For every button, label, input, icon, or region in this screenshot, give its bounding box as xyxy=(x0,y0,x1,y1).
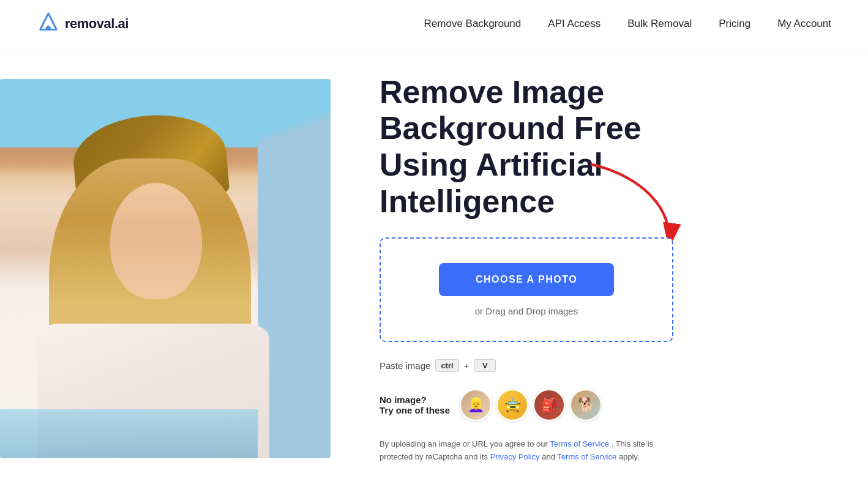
sample-person[interactable]: 👱‍♀️ xyxy=(460,389,492,421)
drag-drop-text: or Drag and Drop images xyxy=(475,306,578,316)
legal-text: By uploading an image or URL you agree t… xyxy=(380,438,661,464)
v-key: V xyxy=(474,359,496,372)
hero-image-container xyxy=(0,79,331,458)
legal-prefix: By uploading an image or URL you agree t… xyxy=(380,439,548,448)
sample-dog[interactable]: 🐕 xyxy=(570,389,602,421)
drop-zone-wrapper: CHOOSE A PHOTO or Drag and Drop images xyxy=(380,237,673,342)
logo-icon xyxy=(37,11,60,37)
ctrl-key: ctrl xyxy=(435,359,458,372)
logo-text: removal.ai xyxy=(65,16,129,32)
paste-hint: Paste image ctrl + V xyxy=(380,359,673,372)
sample-bag[interactable]: 🎒 xyxy=(533,389,565,421)
choose-photo-button[interactable]: CHOOSE A PHOTO xyxy=(439,263,614,296)
plus-sign: + xyxy=(464,360,470,371)
main-nav: Remove Background API Access Bulk Remova… xyxy=(424,18,831,30)
drop-zone[interactable]: CHOOSE A PHOTO or Drag and Drop images xyxy=(380,237,673,342)
hero-content: Remove Image Background Free Using Artif… xyxy=(331,74,831,464)
water-bg xyxy=(0,409,258,458)
logo-link[interactable]: removal.ai xyxy=(37,11,129,37)
main-content: Remove Image Background Free Using Artif… xyxy=(0,48,868,489)
no-image-line2: Try one of these xyxy=(380,405,450,415)
tos-link[interactable]: Terms of Service xyxy=(550,439,609,448)
tos2-link[interactable]: Terms of Service xyxy=(557,452,616,461)
legal-suffix: apply. xyxy=(619,452,640,461)
hero-title: Remove Image Background Free Using Artif… xyxy=(380,74,673,220)
sample-images: 👱‍♀️ 🚖 🎒 🐕 xyxy=(460,389,602,421)
sample-row: No image? Try one of these 👱‍♀️ 🚖 🎒 🐕 xyxy=(380,389,673,421)
no-image-line1: No image? xyxy=(380,395,450,405)
sample-car[interactable]: 🚖 xyxy=(496,389,528,421)
nav-bulk-removal[interactable]: Bulk Removal xyxy=(627,18,692,30)
nav-remove-background[interactable]: Remove Background xyxy=(424,18,522,30)
nav-pricing[interactable]: Pricing xyxy=(719,18,750,30)
paste-label: Paste image xyxy=(380,360,430,371)
privacy-link[interactable]: Privacy Policy xyxy=(490,452,540,461)
face-shape xyxy=(110,183,202,299)
nav-api-access[interactable]: API Access xyxy=(548,18,600,30)
sample-label: No image? Try one of these xyxy=(380,395,450,415)
nav-my-account[interactable]: My Account xyxy=(777,18,831,30)
legal-and: and xyxy=(542,452,555,461)
header: removal.ai Remove Background API Access … xyxy=(0,0,868,48)
